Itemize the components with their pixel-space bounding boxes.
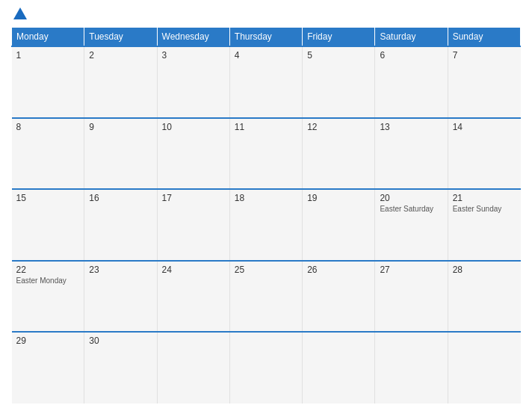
calendar-table: Monday Tuesday Wednesday Thursday Friday… [11,27,521,404]
day-number: 1 [16,50,80,61]
calendar-cell: 24 [157,261,229,333]
calendar-cell: 16 [84,189,157,261]
day-number: 18 [235,193,297,203]
day-event: Easter Monday [16,276,80,285]
calendar-cell: 28 [448,261,520,333]
calendar-cell [375,332,448,404]
day-number: 9 [89,122,152,132]
calendar-week-row: 22Easter Monday232425262728 [12,261,521,333]
day-number: 25 [235,265,297,275]
day-number: 23 [89,265,152,275]
calendar-cell: 25 [229,261,302,333]
calendar-cell: 17 [157,189,229,261]
calendar-cell: 10 [157,118,229,190]
calendar-cell: 9 [84,118,157,190]
calendar-cell: 13 [375,118,448,190]
day-number: 21 [453,193,516,203]
calendar-cell: 1 [12,46,84,118]
calendar-cell: 18 [229,189,302,261]
calendar-cell: 11 [229,118,302,190]
calendar-cell: 14 [448,118,520,190]
day-number: 19 [307,193,370,203]
day-number: 17 [162,193,225,203]
calendar-cell: 15 [12,189,84,261]
day-number: 29 [16,336,80,346]
day-number: 3 [162,50,225,61]
logo-triangle-icon [13,7,27,19]
day-number: 14 [453,122,516,132]
calendar-cell: 27 [375,261,448,333]
calendar-cell: 2 [84,46,157,118]
day-number: 10 [162,122,225,132]
day-number: 8 [16,122,80,132]
calendar-cell: 19 [303,189,375,261]
calendar-cell [229,332,302,404]
header-saturday: Saturday [375,28,448,47]
calendar-cell: 20Easter Saturday [375,189,448,261]
header-wednesday: Wednesday [157,28,229,47]
header-monday: Monday [12,28,84,47]
calendar-cell: 7 [448,46,520,118]
day-number: 7 [453,50,516,61]
calendar-week-row: 1234567 [12,46,521,118]
day-number: 26 [307,265,370,275]
calendar-week-row: 891011121314 [12,118,521,190]
day-event: Easter Sunday [453,205,516,213]
day-number: 4 [235,50,297,61]
day-number: 2 [89,50,152,61]
header-sunday: Sunday [448,28,520,47]
calendar-cell: 5 [303,46,375,118]
header-friday: Friday [303,28,375,47]
header-tuesday: Tuesday [84,28,157,47]
calendar-cell [157,332,229,404]
calendar-week-row: 2930 [12,332,521,404]
day-number: 11 [235,122,297,132]
day-number: 16 [89,193,152,203]
header [11,7,521,21]
calendar-cell: 23 [84,261,157,333]
calendar-cell: 29 [12,332,84,404]
logo [11,7,27,21]
day-number: 5 [307,50,370,61]
weekday-header-row: Monday Tuesday Wednesday Thursday Friday… [12,28,521,47]
header-thursday: Thursday [229,28,302,47]
calendar-cell: 3 [157,46,229,118]
calendar-cell [303,332,375,404]
day-number: 6 [380,50,442,61]
day-number: 15 [16,193,80,203]
calendar-cell: 21Easter Sunday [448,189,520,261]
calendar-cell: 22Easter Monday [12,261,84,333]
calendar-cell: 4 [229,46,302,118]
calendar-cell: 30 [84,332,157,404]
day-number: 12 [307,122,370,132]
day-number: 28 [453,265,516,275]
day-number: 30 [89,336,152,346]
calendar-cell: 6 [375,46,448,118]
calendar-week-row: 151617181920Easter Saturday21Easter Sund… [12,189,521,261]
calendar-cell: 12 [303,118,375,190]
day-event: Easter Saturday [380,205,442,213]
day-number: 20 [380,193,442,203]
day-number: 27 [380,265,442,275]
day-number: 24 [162,265,225,275]
calendar-cell: 26 [303,261,375,333]
calendar-cell [448,332,520,404]
calendar-page: Monday Tuesday Wednesday Thursday Friday… [0,0,532,411]
calendar-cell: 8 [12,118,84,190]
day-number: 13 [380,122,442,132]
day-number: 22 [16,265,80,275]
